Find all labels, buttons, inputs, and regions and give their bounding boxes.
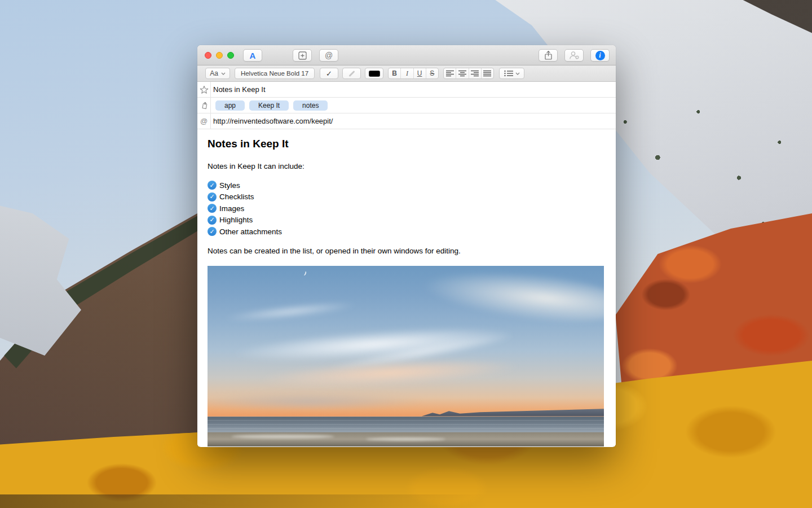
checklist: ✓ Styles ✓ Checklists ✓ Images ✓ Highlig…: [208, 179, 616, 238]
checked-checkbox-icon[interactable]: ✓: [208, 181, 217, 190]
checked-checkbox-icon[interactable]: ✓: [208, 216, 217, 225]
title-row: Notes in Keep It: [197, 82, 616, 98]
new-note-button[interactable]: [293, 49, 312, 62]
note-intro: Notes in Keep It can include:: [208, 161, 616, 171]
headland-silhouette: [422, 408, 604, 417]
tide-pool: [231, 435, 334, 439]
add-link-button[interactable]: @: [319, 49, 338, 62]
person-add-icon: [569, 51, 580, 60]
format-panel-label: A: [250, 51, 256, 60]
titlebar[interactable]: A @ i: [197, 45, 616, 65]
checked-checkbox-icon[interactable]: ✓: [208, 204, 217, 213]
align-right-button[interactable]: [469, 68, 481, 78]
close-button[interactable]: [205, 52, 211, 59]
note-heading: Notes in Keep It: [208, 137, 616, 151]
paragraph-style-label: Aa: [210, 69, 218, 77]
beach-sunset-photo[interactable]: [208, 266, 604, 446]
traffic-lights: [205, 52, 234, 59]
tag-list: app Keep It notes: [215, 100, 328, 111]
checklist-item: ✓ Images: [208, 203, 616, 214]
checklist-item: ✓ Styles: [208, 179, 616, 191]
align-justify-button[interactable]: [481, 68, 493, 78]
note-url-field[interactable]: http://reinventedsoftware.com/keepit/: [213, 117, 333, 125]
bold-button[interactable]: B: [389, 68, 400, 78]
checked-checkbox-icon[interactable]: ✓: [208, 192, 217, 202]
zoom-button[interactable]: [227, 52, 234, 59]
highlight-button[interactable]: [342, 68, 361, 79]
tags-row: app Keep It notes: [197, 98, 616, 113]
checklist-item: ✓ Highlights: [208, 214, 616, 226]
checked-checkbox-icon[interactable]: ✓: [208, 227, 217, 236]
checklist-item-label: Checklists: [219, 192, 254, 201]
tag-pill[interactable]: app: [215, 100, 245, 111]
font-button[interactable]: Helvetica Neue Bold 17: [235, 68, 315, 79]
share-icon: [544, 50, 553, 60]
share-button[interactable]: [539, 49, 558, 62]
new-note-icon: [298, 51, 307, 60]
minimize-button[interactable]: [216, 52, 223, 59]
note-outro: Notes can be created in the list, or ope…: [208, 246, 616, 256]
info-button[interactable]: i: [590, 49, 610, 62]
wallpaper-ground-shadow: [0, 494, 487, 508]
text-color-button[interactable]: [365, 68, 383, 79]
format-panel-button[interactable]: A: [243, 49, 262, 62]
marker-pen-icon: [348, 69, 356, 77]
bullet-list-icon: [504, 70, 513, 77]
keepit-note-window: A @ i Aa: [197, 45, 616, 447]
text-style-segment: B I U S: [388, 68, 439, 79]
chevron-down-icon: [221, 72, 226, 75]
checkmark-icon: ✓: [326, 69, 332, 78]
share-note-button[interactable]: [564, 49, 584, 62]
alignment-segment: [443, 68, 494, 79]
align-left-button[interactable]: [444, 68, 456, 78]
align-center-button[interactable]: [456, 68, 468, 78]
cloud: [223, 298, 359, 325]
at-icon: @: [197, 113, 211, 129]
checklist-item-label: Highlights: [219, 216, 253, 224]
info-icon: i: [595, 51, 605, 60]
moon-crescent: [302, 270, 307, 276]
checklist-item-label: Images: [219, 204, 244, 213]
cloud: [420, 266, 604, 331]
underline-button[interactable]: U: [413, 68, 426, 78]
note-title-field[interactable]: Notes in Keep It: [213, 85, 266, 94]
tag-pill[interactable]: notes: [293, 100, 328, 111]
url-row: @ http://reinventedsoftware.com/keepit/: [197, 113, 616, 129]
color-swatch: [369, 71, 380, 77]
checklist-button[interactable]: ✓: [320, 68, 338, 79]
tag-pill[interactable]: Keep It: [249, 100, 289, 111]
note-editor[interactable]: Notes in Keep It Notes in Keep It can in…: [197, 129, 616, 446]
note-metadata: Notes in Keep It app Keep It notes @ htt…: [197, 82, 616, 129]
star-icon[interactable]: [197, 82, 211, 97]
paragraph-style-dropdown[interactable]: Aa: [205, 68, 230, 79]
at-icon: @: [325, 51, 333, 60]
checklist-item-label: Styles: [219, 181, 240, 190]
tide-pool: [366, 437, 445, 441]
sea: [208, 416, 604, 432]
list-style-dropdown[interactable]: [499, 68, 524, 79]
strikethrough-button[interactable]: S: [426, 68, 438, 78]
tag-icon: [197, 98, 211, 113]
checklist-item: ✓ Checklists: [208, 191, 616, 203]
font-label: Helvetica Neue Bold 17: [241, 70, 308, 77]
chevron-down-icon: [515, 72, 520, 75]
cloud: [208, 392, 422, 410]
format-toolbar: Aa Helvetica Neue Bold 17 ✓ B I U S: [197, 65, 616, 82]
checklist-item: ✓ Other attachments: [208, 226, 616, 238]
checklist-item-label: Other attachments: [219, 227, 282, 236]
italic-button[interactable]: I: [400, 68, 413, 78]
